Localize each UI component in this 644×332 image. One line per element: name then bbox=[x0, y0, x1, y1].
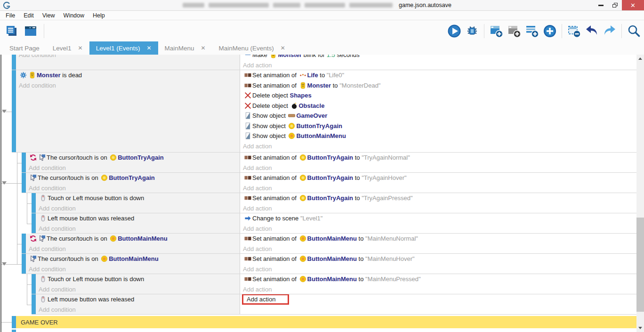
scroll-up-icon[interactable] bbox=[638, 57, 642, 60]
condition[interactable]: The cursor/touch is on ButtonMainMenu bbox=[26, 234, 240, 244]
action[interactable]: Set animation of Monster to "MonsterDead… bbox=[241, 81, 636, 91]
action[interactable]: Delete object Obstacle bbox=[241, 101, 636, 111]
coin-o-icon bbox=[110, 235, 117, 242]
add-condition-button[interactable]: Add condition bbox=[26, 183, 240, 194]
close-tab-icon[interactable]: ✕ bbox=[78, 45, 83, 51]
event-handle[interactable] bbox=[22, 254, 26, 274]
condition[interactable]: Monster is dead bbox=[16, 70, 240, 81]
event-handle[interactable] bbox=[32, 294, 36, 315]
close-tab-icon[interactable]: ✕ bbox=[201, 45, 206, 51]
action[interactable]: Set animation of Life to "Life0" bbox=[241, 70, 636, 81]
add-condition-button[interactable]: Add condition bbox=[36, 203, 240, 214]
condition[interactable]: Touch or Left mouse button is down bbox=[36, 274, 240, 284]
setanim-icon bbox=[244, 235, 251, 242]
tab-mainmenu-events[interactable]: MainMenu (Events)✕ bbox=[212, 41, 292, 55]
add-action-button[interactable]: Add action bbox=[241, 163, 636, 173]
add-condition-button[interactable]: Add condition bbox=[36, 284, 240, 295]
redo-button[interactable] bbox=[602, 24, 617, 39]
add-condition-button[interactable]: Add condition bbox=[26, 264, 240, 275]
condition[interactable]: Touch or Left mouse button is down bbox=[36, 193, 240, 203]
add-condition-button[interactable]: Add condition bbox=[16, 55, 240, 60]
search-button[interactable] bbox=[626, 24, 641, 39]
event-handle[interactable] bbox=[32, 193, 36, 213]
add-condition-button[interactable]: Add condition bbox=[36, 305, 240, 315]
add-action-button[interactable]: Add action bbox=[241, 244, 636, 254]
tab-mainmenu[interactable]: MainMenu✕ bbox=[158, 41, 212, 55]
close-tab-icon[interactable]: ✕ bbox=[281, 45, 285, 51]
action[interactable]: Set animation of ButtonMainMenu to "Main… bbox=[241, 254, 636, 264]
event-handle[interactable] bbox=[32, 274, 36, 294]
add-condition-button[interactable]: Add condition bbox=[26, 163, 240, 173]
event-handle[interactable] bbox=[12, 330, 16, 332]
collapse-toggle-icon[interactable] bbox=[2, 181, 7, 185]
action[interactable]: Set animation of ButtonTryAgain to "TryA… bbox=[241, 193, 636, 203]
debug-button[interactable] bbox=[465, 24, 480, 39]
action[interactable]: Set animation of ButtonTryAgain to "TryA… bbox=[241, 153, 636, 163]
collapse-toggle-icon[interactable] bbox=[2, 262, 7, 266]
menu-window[interactable]: Window bbox=[59, 11, 89, 20]
event-handle[interactable] bbox=[22, 173, 26, 193]
scroll-down-icon[interactable] bbox=[638, 327, 642, 329]
menu-help[interactable]: Help bbox=[89, 11, 109, 20]
condition[interactable]: The cursor/touch is on ButtonTryAgain bbox=[26, 173, 240, 183]
add-subevent-button[interactable] bbox=[507, 24, 522, 39]
scene-editor-button[interactable] bbox=[23, 24, 38, 39]
action[interactable]: Show object ButtonMainMenu bbox=[241, 131, 636, 141]
condition[interactable]: Left mouse button was released bbox=[36, 294, 240, 305]
menu-edit[interactable]: Edit bbox=[19, 11, 38, 20]
add-condition-button[interactable]: Add condition bbox=[36, 224, 240, 234]
scrollbar-thumb[interactable] bbox=[636, 218, 644, 312]
menu-view[interactable]: View bbox=[38, 11, 59, 20]
action[interactable]: Make Monster blink for 1.5 seconds bbox=[241, 55, 636, 60]
tab-level1[interactable]: Level1✕ bbox=[46, 41, 89, 55]
close-button[interactable]: ✕ bbox=[622, 0, 644, 10]
add-action-button[interactable]: Add action bbox=[241, 60, 636, 71]
redacted-title-segment bbox=[349, 3, 393, 8]
menu-file[interactable]: File bbox=[1, 11, 19, 20]
add-condition-button[interactable]: Add condition bbox=[16, 81, 240, 91]
action[interactable]: Show object ButtonTryAgain bbox=[241, 121, 636, 131]
comment-handle[interactable] bbox=[12, 316, 16, 328]
action[interactable]: Set animation of ButtonTryAgain to "TryA… bbox=[241, 173, 636, 183]
add-action-button[interactable]: Add action bbox=[241, 264, 636, 275]
play-button[interactable] bbox=[447, 24, 462, 39]
collapse-toggle-icon[interactable] bbox=[2, 110, 7, 113]
condition[interactable]: The cursor/touch is on ButtonTryAgain bbox=[26, 153, 240, 163]
add-condition-button[interactable]: Add condition bbox=[26, 244, 240, 254]
project-manager-button[interactable] bbox=[4, 24, 19, 39]
action[interactable]: Set animation of ButtonMainMenu to "Main… bbox=[241, 274, 636, 284]
condition[interactable]: The cursor/touch is on ButtonMainMenu bbox=[26, 254, 240, 264]
action[interactable]: Change to scene "Level1" bbox=[241, 213, 636, 224]
close-tab-icon[interactable]: ✕ bbox=[146, 45, 151, 51]
add-action-button[interactable]: Add action bbox=[241, 284, 636, 295]
object-name: Monster bbox=[278, 55, 302, 58]
event-handle[interactable] bbox=[22, 234, 26, 254]
tab-label: Level1 (Events) bbox=[96, 45, 140, 52]
delete-event-button[interactable] bbox=[566, 24, 581, 39]
add-action-button[interactable]: Add action bbox=[241, 224, 636, 234]
vertical-scrollbar[interactable] bbox=[636, 55, 644, 332]
action[interactable]: Set animation of ButtonMainMenu to "Main… bbox=[241, 234, 636, 244]
add-comment-button[interactable] bbox=[524, 24, 539, 39]
tab-start-page[interactable]: Start Page bbox=[3, 41, 46, 55]
add-other-button[interactable] bbox=[542, 24, 557, 39]
action[interactable]: Show object GameOver bbox=[241, 111, 636, 121]
restore-button[interactable] bbox=[608, 0, 622, 10]
add-action-button[interactable]: Add action bbox=[241, 183, 636, 194]
add-action-button[interactable]: Add action bbox=[241, 141, 636, 152]
action[interactable]: Delete object Shapes bbox=[241, 90, 636, 101]
event-handle[interactable] bbox=[32, 213, 36, 234]
event-handle[interactable] bbox=[22, 153, 26, 173]
undo-icon bbox=[585, 24, 599, 38]
undo-button[interactable] bbox=[584, 24, 599, 39]
event-handle[interactable] bbox=[12, 55, 16, 70]
add-action-button-highlighted[interactable]: Add action bbox=[242, 294, 289, 305]
actions-cell: Add action bbox=[241, 294, 636, 315]
event-handle[interactable] bbox=[12, 70, 16, 153]
condition[interactable]: Left mouse button was released bbox=[36, 213, 240, 224]
add-event-button[interactable] bbox=[489, 24, 504, 39]
tab-level1-events[interactable]: Level1 (Events)✕ bbox=[89, 41, 158, 55]
minimize-button[interactable] bbox=[594, 0, 608, 10]
add-action-button[interactable]: Add action bbox=[241, 203, 636, 214]
comment-row[interactable]: GAME OVER bbox=[16, 316, 636, 328]
